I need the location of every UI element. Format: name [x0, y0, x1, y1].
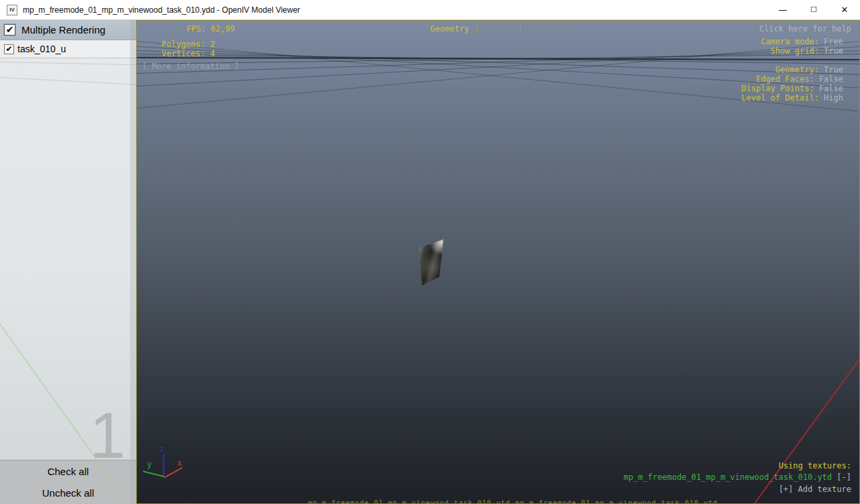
tab-separator: | [474, 24, 478, 34]
sidebar-item-multiple-rendering[interactable]: ✔ Multiple Rendering [0, 20, 136, 40]
model-mesh [416, 239, 445, 286]
close-icon: ✕ [841, 5, 849, 15]
gizmo-x-axis [164, 467, 182, 479]
sidebar-scrollbar[interactable] [130, 20, 136, 504]
tab-geometry[interactable]: Geometry [430, 24, 469, 34]
remove-texture-button[interactable]: [-] [837, 472, 851, 482]
help-link[interactable]: Click here for help [759, 24, 851, 34]
maximize-button[interactable]: ☐ [798, 0, 829, 20]
check-all-button[interactable]: Check all [0, 461, 136, 483]
sidebar-item-label: task_010_u [17, 40, 66, 58]
gizmo-z-label: z [160, 444, 164, 454]
gizmo-y-label: y [147, 460, 152, 469]
grid-line [0, 77, 136, 85]
close-button[interactable]: ✕ [829, 0, 860, 20]
view-mode-tabs: Geometry | Bounds | Skeleton [137, 24, 859, 34]
gizmo-y-axis [143, 470, 164, 477]
render-settings-info: Geometry: True Edged Faces: False Displa… [741, 65, 843, 103]
tab-skeleton[interactable]: Skeleton [527, 24, 566, 34]
title-bar: IV mp_m_freemode_01_mp_m_vinewood_task_0… [0, 0, 860, 20]
camera-info: Camera mode: Free Show grid: True [761, 37, 843, 56]
minimize-button[interactable]: — [767, 0, 798, 20]
app-icon: IV [7, 5, 17, 15]
tab-bounds[interactable]: Bounds [484, 24, 513, 34]
sidebar-item-label: Multiple Rendering [21, 20, 105, 40]
texture-entry: mp_m_freemode_01_mp_m_vinewood_task_010.… [623, 472, 851, 482]
add-texture-button[interactable]: [+] Add texture [779, 485, 851, 494]
sidebar-item-task-010-u[interactable]: ✔ task_010_u [0, 40, 136, 58]
checkbox-multiple-rendering[interactable]: ✔ [4, 24, 15, 36]
minimize-icon: — [779, 5, 788, 15]
tab-separator: | [517, 24, 522, 34]
grid-line [0, 62, 136, 65]
texture-file-link[interactable]: mp_m_freemode_01_mp_m_vinewood_task_010.… [623, 472, 832, 482]
sidebar-button-band: Check all Uncheck all [0, 460, 136, 504]
maximize-icon: ☐ [810, 5, 817, 14]
clipped-bottom-text: mp_m_freemode_01_mp_m_vinewood_task_010.… [308, 499, 858, 504]
check-icon: ✔ [6, 24, 14, 35]
checkbox-task-010-u[interactable]: ✔ [4, 44, 14, 54]
more-information-link[interactable]: [ More information ] [142, 62, 239, 71]
window-title: mp_m_freemode_01_mp_m_vinewood_task_010.… [23, 0, 300, 20]
viewport-canvas[interactable]: FPS: 62,99 Polygons: 2 Vertices: 4 [ Mor… [136, 20, 860, 504]
gizmo-x-label: x [177, 458, 182, 468]
openiv-model-viewer-window: IV mp_m_freemode_01_mp_m_vinewood_task_0… [0, 0, 860, 504]
model-list-sidebar: ✔ Multiple Rendering ✔ task_010_u 1 Chec… [0, 20, 136, 504]
gizmo-z-axis [163, 454, 164, 477]
check-icon: ✔ [5, 44, 12, 54]
mesh-stats: Polygons: 2 Vertices: 4 [162, 40, 215, 58]
using-textures-header: Using textures: [779, 461, 851, 470]
